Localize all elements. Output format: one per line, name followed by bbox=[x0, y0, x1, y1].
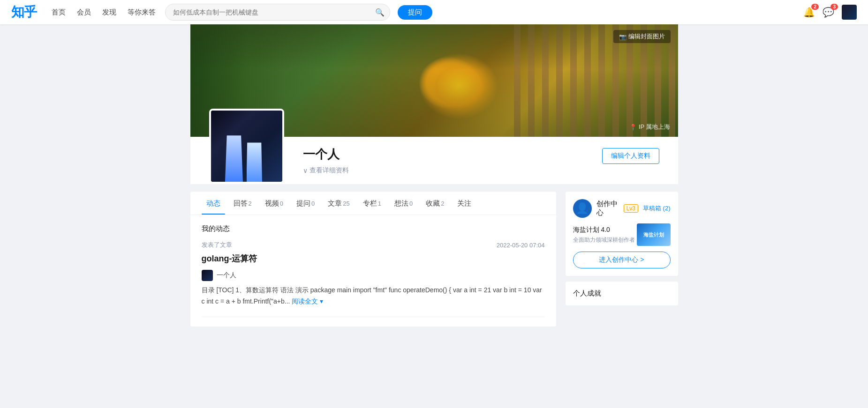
feed-excerpt: 目录 [TOC] 1、算数运算符 语法 演示 package main impo… bbox=[202, 285, 545, 307]
feed-meta: 发表了文章 2022-05-20 07:04 bbox=[202, 241, 545, 249]
left-panel: 动态 回答2 视频0 提问0 文章25 专栏1 想法0 bbox=[190, 192, 556, 326]
location-icon: 📍 bbox=[629, 124, 637, 131]
feed: 我的动态 发表了文章 2022-05-20 07:04 golang-运算符 一… bbox=[190, 215, 556, 326]
hai-yan-subtitle: 全面助力领域深耕创作者 bbox=[573, 236, 635, 244]
logo[interactable]: 知乎 bbox=[11, 3, 37, 21]
tab-answers[interactable]: 回答2 bbox=[229, 192, 257, 215]
notification-badge: 2 bbox=[811, 4, 819, 10]
user-avatar[interactable] bbox=[842, 5, 857, 20]
profile-header: 一个人 ∨ 查看详细资料 编辑个人资料 bbox=[190, 137, 678, 184]
edit-cover-button[interactable]: 📷 编辑封面图片 bbox=[613, 30, 671, 43]
navbar-right: 🔔 2 💬 3 bbox=[803, 5, 857, 20]
feed-time: 2022-05-20 07:04 bbox=[497, 242, 545, 249]
tab-activity[interactable]: 动态 bbox=[202, 192, 225, 215]
right-panel: 👤 创作中心 Lv3 草稿箱 (2) 海盐计划 4.0 bbox=[566, 192, 678, 305]
tab-ideas[interactable]: 想法0 bbox=[390, 192, 417, 215]
search-icon[interactable]: 🔍 bbox=[375, 8, 385, 17]
achievement-title: 个人成就 bbox=[573, 289, 671, 298]
nav-waitforyou[interactable]: 等你来答 bbox=[128, 8, 156, 17]
feed-author-avatar bbox=[202, 270, 213, 281]
feed-action: 发表了文章 bbox=[202, 241, 232, 249]
feed-section-title: 我的动态 bbox=[202, 224, 545, 233]
hai-yan-info: 海盐计划 4.0 全面助力领域深耕创作者 bbox=[573, 226, 635, 244]
creation-center-card: 👤 创作中心 Lv3 草稿箱 (2) 海盐计划 4.0 bbox=[566, 192, 678, 276]
tab-questions[interactable]: 提问0 bbox=[292, 192, 319, 215]
read-more-link[interactable]: 阅读全文 ▾ bbox=[292, 297, 323, 305]
achievement-card: 个人成就 bbox=[566, 282, 678, 305]
avatar-image bbox=[211, 111, 282, 182]
nav-home[interactable]: 首页 bbox=[52, 8, 66, 17]
notification-bell[interactable]: 🔔 2 bbox=[803, 7, 815, 18]
message-badge: 3 bbox=[830, 4, 838, 10]
tab-articles[interactable]: 文章25 bbox=[323, 192, 354, 215]
search-input[interactable] bbox=[165, 4, 390, 21]
search-bar[interactable]: 🔍 bbox=[165, 4, 390, 21]
ask-button[interactable]: 提问 bbox=[398, 5, 432, 20]
navbar: 知乎 首页 会员 发现 等你来答 🔍 提问 🔔 2 💬 3 bbox=[0, 0, 868, 24]
feed-author-row: 一个人 bbox=[202, 270, 545, 281]
view-detail-link[interactable]: ∨ 查看详细资料 bbox=[303, 166, 659, 175]
main-content: 动态 回答2 视频0 提问0 文章25 专栏1 想法0 bbox=[190, 192, 678, 326]
creation-title-row: 创作中心 Lv3 bbox=[596, 200, 638, 217]
feed-author-name: 一个人 bbox=[217, 271, 236, 280]
page-wrapper: 📷 编辑封面图片 📍 IP 属地上海 一个人 ∨ 查看详细资料 编辑个人资料 bbox=[190, 24, 678, 345]
creation-info: 创作中心 Lv3 bbox=[596, 200, 638, 217]
hai-yan-row: 海盐计划 4.0 全面助力领域深耕创作者 海盐计划 bbox=[573, 223, 671, 246]
tab-favorites[interactable]: 收藏2 bbox=[421, 192, 449, 215]
enter-creation-center-button[interactable]: 进入创作中心 > bbox=[573, 252, 671, 268]
ip-location: 📍 IP 属地上海 bbox=[629, 123, 671, 131]
profile-avatar[interactable] bbox=[209, 109, 284, 184]
edit-cover-label: 编辑封面图片 bbox=[628, 32, 665, 41]
camera-icon: 📷 bbox=[619, 33, 626, 40]
nav-member[interactable]: 会员 bbox=[77, 8, 91, 17]
tab-videos[interactable]: 视频0 bbox=[260, 192, 288, 215]
creation-level: Lv3 bbox=[624, 204, 638, 213]
draft-box[interactable]: 草稿箱 (2) bbox=[643, 204, 671, 213]
profile-tabs: 动态 回答2 视频0 提问0 文章25 专栏1 想法0 bbox=[190, 192, 556, 215]
creation-center-header: 👤 创作中心 Lv3 草稿箱 (2) bbox=[573, 199, 671, 218]
tab-following[interactable]: 关注 bbox=[453, 192, 476, 215]
nav-discover[interactable]: 发现 bbox=[102, 8, 116, 17]
tab-columns[interactable]: 专栏1 bbox=[358, 192, 386, 215]
creation-center-avatar: 👤 bbox=[573, 199, 592, 218]
feed-title[interactable]: golang-运算符 bbox=[202, 253, 545, 264]
edit-profile-button[interactable]: 编辑个人资料 bbox=[602, 148, 659, 164]
creation-center-title: 创作中心 bbox=[596, 200, 621, 217]
message-icon[interactable]: 💬 3 bbox=[823, 7, 834, 18]
hai-yan-badge: 海盐计划 bbox=[637, 223, 671, 246]
feed-item: 发表了文章 2022-05-20 07:04 golang-运算符 一个人 目录… bbox=[202, 241, 545, 317]
hai-yan-title: 海盐计划 4.0 bbox=[573, 226, 635, 234]
chevron-down-icon: ∨ bbox=[303, 167, 308, 174]
nav-links: 首页 会员 发现 等你来答 bbox=[52, 8, 156, 17]
